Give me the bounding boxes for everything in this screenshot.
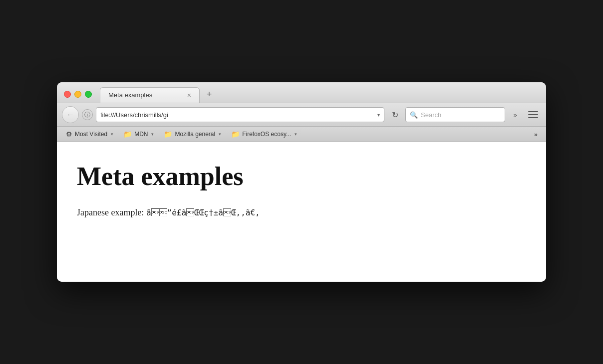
- traffic-lights: [64, 91, 92, 98]
- title-bar: Meta examples × +: [57, 82, 546, 103]
- bookmark-label-mozilla-general: Mozilla general: [175, 131, 215, 138]
- bookmark-label-mdn: MDN: [134, 131, 148, 138]
- bookmark-dropdown-firefoxos[interactable]: ▾: [295, 132, 297, 137]
- bookmark-firefoxos[interactable]: 📁 FirefoxOS ecosy... ▾: [227, 129, 301, 140]
- tab-close-icon[interactable]: ×: [187, 92, 191, 99]
- bookmark-mozilla-general[interactable]: 📁 Mozilla general ▾: [160, 129, 225, 140]
- browser-window: Meta examples × + ← ⓘ file:///Users/chri…: [57, 82, 546, 282]
- back-button[interactable]: ←: [62, 106, 79, 123]
- search-placeholder: Search: [421, 111, 441, 119]
- toolbar: ← ⓘ file:///Users/chrismills/gi ▾ ↻ 🔍 Se…: [57, 103, 546, 127]
- menu-button[interactable]: [525, 107, 541, 123]
- menu-line-1: [528, 111, 538, 112]
- bookmark-icon-mdn: 📁: [123, 130, 132, 138]
- new-tab-button[interactable]: +: [203, 88, 216, 101]
- menu-line-3: [528, 117, 538, 118]
- page-body-text: Japanese example: ã”é£­ãŒŒç†±ãŒ,,ã€,: [77, 205, 526, 220]
- bookmark-icon-firefoxos: 📁: [231, 130, 240, 138]
- maximize-button[interactable]: [85, 91, 92, 98]
- info-button[interactable]: ⓘ: [82, 109, 93, 120]
- bookmarks-overflow-button[interactable]: »: [531, 130, 541, 139]
- tab-title: Meta examples: [108, 91, 152, 99]
- reload-icon: ↻: [392, 110, 398, 120]
- page-heading: Meta examples: [77, 162, 526, 190]
- bookmark-dropdown-most-visited[interactable]: ▾: [111, 132, 113, 137]
- address-dropdown-icon[interactable]: ▾: [377, 112, 380, 118]
- bookmark-dropdown-mdn[interactable]: ▾: [151, 132, 154, 137]
- toolbar-overflow-button[interactable]: »: [508, 108, 522, 122]
- address-text: file:///Users/chrismills/gi: [100, 111, 374, 119]
- page-content: Meta examples Japanese example: ã”é£­ã…: [57, 142, 546, 282]
- active-tab[interactable]: Meta examples ×: [100, 87, 200, 103]
- menu-line-2: [528, 114, 538, 115]
- overflow-icon: »: [513, 111, 517, 119]
- bookmark-mdn[interactable]: 📁 MDN ▾: [119, 129, 158, 140]
- back-icon: ←: [66, 110, 74, 119]
- close-button[interactable]: [64, 91, 71, 98]
- info-icon: ⓘ: [84, 111, 90, 119]
- search-icon: 🔍: [410, 111, 418, 119]
- reload-button[interactable]: ↻: [387, 107, 402, 122]
- bookmark-label-firefoxos: FirefoxOS ecosy...: [242, 131, 291, 138]
- bookmark-icon-mozilla-general: 📁: [164, 130, 172, 138]
- japanese-text: ã”é£­ãŒŒç†±ãŒ,,ã€,: [146, 208, 260, 217]
- bookmark-dropdown-mozilla-general[interactable]: ▾: [219, 132, 221, 137]
- minimize-button[interactable]: [74, 91, 81, 98]
- bookmarks-bar: ⚙ Most Visited ▾ 📁 MDN ▾ 📁 Mozilla gener…: [57, 127, 546, 142]
- bookmark-label-most-visited: Most Visited: [75, 131, 107, 138]
- address-bar[interactable]: file:///Users/chrismills/gi ▾: [96, 107, 384, 122]
- bookmark-icon-most-visited: ⚙: [66, 130, 72, 138]
- bookmark-most-visited[interactable]: ⚙ Most Visited ▾: [62, 129, 117, 140]
- tab-area: Meta examples × +: [100, 87, 539, 103]
- search-bar[interactable]: 🔍 Search: [405, 107, 505, 122]
